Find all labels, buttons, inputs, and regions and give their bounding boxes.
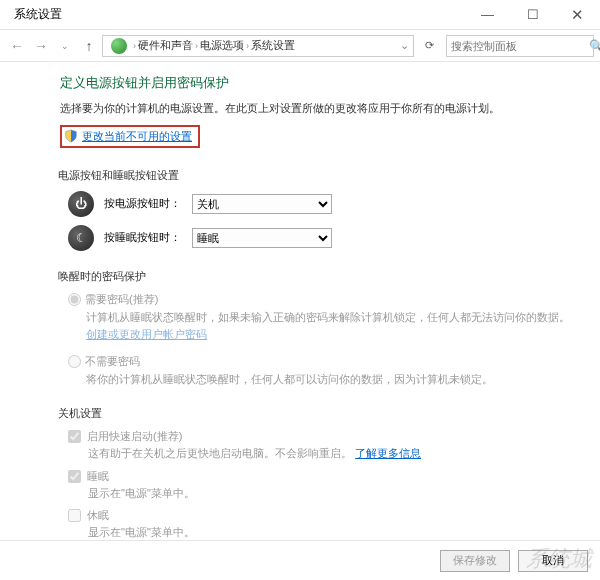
power-button-label: 按电源按钮时：	[104, 196, 192, 211]
history-dropdown-button[interactable]: ⌄	[54, 35, 76, 57]
sleep-button-action-select[interactable]: 睡眠	[192, 228, 332, 248]
content-area: 定义电源按钮并启用密码保护 选择要为你的计算机的电源设置。在此页上对设置所做的更…	[0, 62, 600, 540]
minimize-button[interactable]: —	[465, 0, 510, 30]
cancel-button[interactable]: 取消	[518, 550, 588, 572]
save-button: 保存修改	[440, 550, 510, 572]
fastboot-desc: 这有助于在关机之后更快地启动电脑。不会影响重启。 了解更多信息	[60, 445, 580, 463]
navbar: ← → ⌄ ↑ › 硬件和声音 › 电源选项 › 系统设置 ⌄ ⟳ 🔍	[0, 30, 600, 62]
footer: 保存修改 取消	[0, 540, 600, 580]
chevron-down-icon[interactable]: ⌄	[400, 39, 409, 52]
hibernate-checkbox	[68, 509, 81, 522]
fastboot-checkbox	[68, 430, 81, 443]
page-description: 选择要为你的计算机的电源设置。在此页上对设置所做的更改将应用于你所有的电源计划。	[60, 100, 580, 117]
require-password-label: 需要密码(推荐)	[85, 292, 158, 307]
power-button-section: 电源按钮和睡眠按钮设置 ⏻ 按电源按钮时： 关机 ☾ 按睡眠按钮时： 睡眠	[60, 168, 580, 251]
window-title: 系统设置	[0, 6, 465, 23]
section-title-power-buttons: 电源按钮和睡眠按钮设置	[58, 168, 580, 183]
search-icon[interactable]: 🔍	[589, 39, 600, 53]
titlebar: 系统设置 — ☐ ✕	[0, 0, 600, 30]
search-box[interactable]: 🔍	[446, 35, 594, 57]
sleep-label: 睡眠	[87, 469, 109, 484]
shutdown-section: 关机设置 启用快速启动(推荐) 这有助于在关机之后更快地启动电脑。不会影响重启。…	[60, 406, 580, 540]
fastboot-row: 启用快速启动(推荐)	[60, 429, 580, 444]
no-password-radio-row: 不需要密码	[60, 354, 580, 369]
crumb-hardware-sound[interactable]: 硬件和声音	[138, 38, 193, 53]
chevron-right-icon: ›	[246, 41, 249, 51]
hibernate-row: 休眠	[60, 508, 580, 523]
admin-link-highlight: 更改当前不可用的设置	[60, 125, 200, 148]
sleep-desc: 显示在"电源"菜单中。	[60, 485, 580, 503]
up-button[interactable]: ↑	[78, 35, 100, 57]
no-password-desc: 将你的计算机从睡眠状态唤醒时，任何人都可以访问你的数据，因为计算机未锁定。	[60, 371, 580, 389]
hibernate-desc: 显示在"电源"菜单中。	[60, 524, 580, 540]
wake-protection-section: 唤醒时的密码保护 需要密码(推荐) 计算机从睡眠状态唤醒时，如果未输入正确的密码…	[60, 269, 580, 389]
sleep-row: 睡眠	[60, 469, 580, 484]
back-button[interactable]: ←	[6, 35, 28, 57]
crumb-power-options[interactable]: 电源选项	[200, 38, 244, 53]
refresh-button[interactable]: ⟳	[418, 35, 440, 57]
close-button[interactable]: ✕	[555, 0, 600, 30]
maximize-button[interactable]: ☐	[510, 0, 555, 30]
page-heading: 定义电源按钮并启用密码保护	[60, 74, 580, 92]
change-unavailable-settings-link[interactable]: 更改当前不可用的设置	[82, 129, 192, 144]
power-icon: ⏻	[68, 191, 94, 217]
chevron-right-icon: ›	[133, 41, 136, 51]
crumb-system-settings[interactable]: 系统设置	[251, 38, 295, 53]
sleep-button-row: ☾ 按睡眠按钮时： 睡眠	[60, 225, 580, 251]
fastboot-learn-more-link[interactable]: 了解更多信息	[355, 447, 421, 459]
power-button-action-select[interactable]: 关机	[192, 194, 332, 214]
sleep-checkbox	[68, 470, 81, 483]
require-password-radio-row: 需要密码(推荐)	[60, 292, 580, 307]
create-change-password-link[interactable]: 创建或更改用户帐户密码	[86, 328, 207, 340]
chevron-right-icon: ›	[195, 41, 198, 51]
section-title-wake-protect: 唤醒时的密码保护	[58, 269, 580, 284]
forward-button: →	[30, 35, 52, 57]
power-button-row: ⏻ 按电源按钮时： 关机	[60, 191, 580, 217]
sleep-button-label: 按睡眠按钮时：	[104, 230, 192, 245]
require-password-desc: 计算机从睡眠状态唤醒时，如果未输入正确的密码来解除计算机锁定，任何人都无法访问你…	[60, 309, 580, 344]
fastboot-label: 启用快速启动(推荐)	[87, 429, 182, 444]
hibernate-label: 休眠	[87, 508, 109, 523]
no-password-radio	[68, 355, 81, 368]
control-panel-icon	[111, 38, 127, 54]
section-title-shutdown: 关机设置	[58, 406, 580, 421]
require-password-radio	[68, 293, 81, 306]
search-input[interactable]	[451, 40, 589, 52]
no-password-label: 不需要密码	[85, 354, 140, 369]
breadcrumb[interactable]: › 硬件和声音 › 电源选项 › 系统设置 ⌄	[102, 35, 414, 57]
shield-icon	[64, 129, 78, 143]
sleep-icon: ☾	[68, 225, 94, 251]
